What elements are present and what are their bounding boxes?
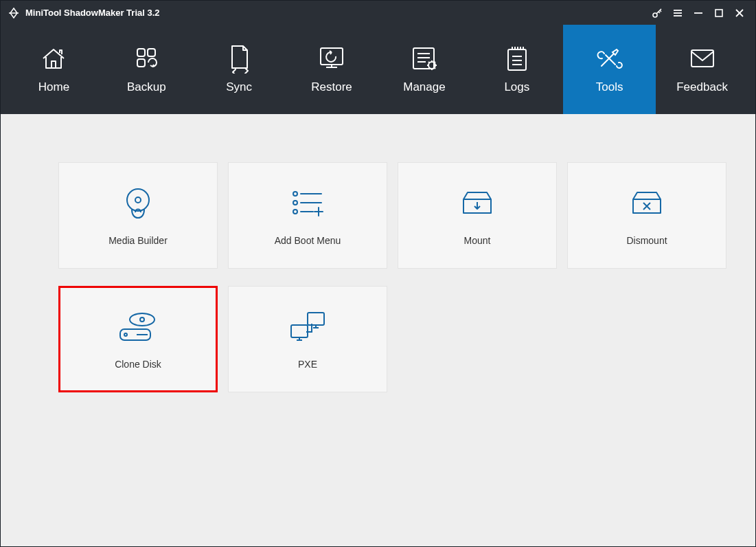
main-nav: Home Backup Sync Restore Manage Logs T <box>1 25 755 114</box>
tile-media-builder[interactable]: Media Builder <box>58 162 218 269</box>
svg-point-34 <box>140 317 144 322</box>
mount-icon <box>459 186 495 220</box>
tile-add-boot-menu[interactable]: Add Boot Menu <box>228 162 387 269</box>
svg-point-27 <box>293 201 297 205</box>
pxe-icon <box>286 309 330 344</box>
svg-rect-40 <box>291 325 308 337</box>
backup-icon <box>132 45 161 72</box>
tile-label: Dismount <box>626 235 667 246</box>
clone-disk-icon <box>116 309 160 344</box>
svg-rect-9 <box>137 49 145 56</box>
tile-label: PXE <box>298 359 317 370</box>
tile-mount[interactable]: Mount <box>398 162 557 269</box>
svg-point-29 <box>293 210 297 214</box>
home-icon <box>39 45 68 72</box>
tile-dismount[interactable]: Dismount <box>567 162 726 269</box>
svg-point-24 <box>135 197 141 203</box>
media-builder-icon <box>119 186 157 220</box>
svg-rect-11 <box>137 59 145 67</box>
titlebar: MiniTool ShadowMaker Trial 3.2 <box>1 1 755 25</box>
maximize-button[interactable] <box>709 4 729 22</box>
key-icon[interactable] <box>647 4 667 22</box>
feedback-icon <box>688 45 717 72</box>
tile-label: Add Boot Menu <box>275 235 341 246</box>
tile-pxe[interactable]: PXE <box>228 286 387 392</box>
nav-restore[interactable]: Restore <box>286 25 378 114</box>
restore-icon <box>317 45 347 72</box>
nav-label: Logs <box>504 80 529 94</box>
svg-rect-8 <box>51 61 56 68</box>
nav-home[interactable]: Home <box>8 25 100 114</box>
manage-icon <box>409 45 439 72</box>
app-logo-icon <box>8 7 20 19</box>
close-button[interactable] <box>729 4 750 22</box>
svg-rect-22 <box>691 50 713 67</box>
nav-label: Feedback <box>676 80 728 94</box>
svg-point-33 <box>130 313 154 326</box>
nav-logs[interactable]: Logs <box>470 25 563 114</box>
tile-label: Mount <box>464 235 491 246</box>
svg-point-25 <box>293 192 297 196</box>
logs-icon <box>504 45 530 72</box>
dismount-icon <box>629 186 665 220</box>
nav-manage[interactable]: Manage <box>378 25 471 114</box>
nav-label: Sync <box>226 80 252 94</box>
nav-backup[interactable]: Backup <box>100 25 193 114</box>
svg-rect-5 <box>715 10 722 16</box>
sync-icon <box>227 45 251 72</box>
tile-clone-disk[interactable]: Clone Disk <box>58 286 218 392</box>
tools-panel: Media Builder Add Boot Menu Mount Dismou… <box>1 114 755 546</box>
nav-label: Manage <box>403 80 445 94</box>
nav-feedback[interactable]: Feedback <box>656 25 748 114</box>
window-title: MiniTool ShadowMaker Trial 3.2 <box>25 8 160 18</box>
add-boot-menu-icon <box>287 186 328 220</box>
tile-label: Media Builder <box>108 235 168 246</box>
menu-icon[interactable] <box>667 4 688 22</box>
nav-label: Tools <box>596 80 623 94</box>
svg-rect-37 <box>308 313 324 325</box>
nav-label: Home <box>38 80 69 94</box>
svg-point-23 <box>127 189 149 211</box>
svg-point-35 <box>124 333 127 336</box>
tools-icon <box>595 45 625 72</box>
nav-sync[interactable]: Sync <box>193 25 286 114</box>
tile-label: Clone Disk <box>115 359 161 370</box>
nav-tools[interactable]: Tools <box>563 25 656 114</box>
tools-grid: Media Builder Add Boot Menu Mount Dismou… <box>58 162 698 392</box>
nav-label: Backup <box>127 80 166 94</box>
svg-rect-10 <box>148 49 155 56</box>
nav-label: Restore <box>311 80 352 94</box>
minimize-button[interactable] <box>688 4 709 22</box>
